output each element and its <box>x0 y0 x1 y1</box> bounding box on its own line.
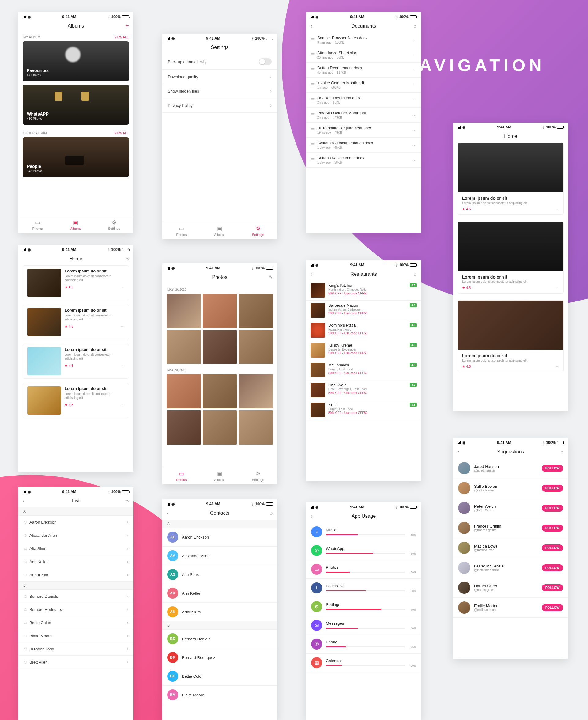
list-row[interactable]: ☺ Alta Sims › <box>18 542 133 555</box>
avatar[interactable] <box>458 581 470 594</box>
list-row[interactable]: ☺ Aaron Erickson › <box>18 516 133 529</box>
album-card[interactable]: WhatsAPP 450 Photos <box>23 85 129 125</box>
list-row[interactable]: ☺ Brandon Todd › <box>18 642 133 656</box>
photo-cell[interactable] <box>238 410 273 445</box>
contact-row[interactable]: AK Ann Keller <box>162 584 277 603</box>
edit-button[interactable]: ✎ <box>269 274 273 280</box>
album-card[interactable]: Favourites 67 Photos <box>23 41 129 81</box>
search-button[interactable]: ⌕ <box>126 498 129 504</box>
usage-row[interactable]: ▦ Calendar 20% <box>306 654 421 672</box>
avatar[interactable] <box>458 542 470 554</box>
home-row[interactable]: Lorem ipsum dolor sit Lorem ipsum dolor … <box>23 344 129 379</box>
photo-cell[interactable] <box>167 294 201 328</box>
follow-button[interactable]: FOLLOW <box>542 584 563 591</box>
tab-settings[interactable]: ⚙Settings <box>239 222 277 239</box>
photo-cell[interactable] <box>203 294 237 328</box>
photo-cell[interactable] <box>203 410 237 445</box>
avatar[interactable] <box>458 482 470 494</box>
usage-row[interactable]: ✆ Phone 25% <box>306 635 421 654</box>
follow-button[interactable]: FOLLOW <box>542 524 563 532</box>
view-all-link[interactable]: VIEW ALL <box>114 36 128 39</box>
home-card[interactable]: Lorem ipsum dolor sit Lorem ipsum dolor … <box>458 300 564 372</box>
setting-row-download[interactable]: Download quality › <box>162 69 277 84</box>
restaurant-row[interactable]: McDonald's Burger, Fast Food 50% OFF - U… <box>306 360 421 380</box>
document-row[interactable]: ☰ UG Documentation.docx 2hrs ago98KB ⋯ <box>306 92 421 107</box>
contact-row[interactable]: AS Alta Sims <box>162 565 277 584</box>
more-icon[interactable]: ⋯ <box>412 97 417 103</box>
contact-row[interactable]: BC Bettie Colon <box>162 667 277 686</box>
back-button[interactable]: ‹ <box>167 510 169 517</box>
tab-photos[interactable]: ▭Photos <box>162 467 201 484</box>
photo-cell[interactable] <box>238 294 273 328</box>
more-icon[interactable]: ⋯ <box>412 112 417 118</box>
list-row[interactable]: ☺ Brett Allen › <box>18 656 133 669</box>
follow-button[interactable]: FOLLOW <box>542 604 563 611</box>
search-button[interactable]: ⌕ <box>414 271 417 277</box>
photo-cell[interactable] <box>203 374 237 408</box>
back-button[interactable]: ‹ <box>311 22 313 29</box>
back-button[interactable]: ‹ <box>23 497 25 504</box>
follow-button[interactable]: FOLLOW <box>542 564 563 571</box>
tab-settings[interactable]: ⚙Settings <box>95 216 133 233</box>
home-card[interactable]: Lorem ipsum dolor sit Lorem ipsum dolor … <box>458 143 564 215</box>
photo-cell[interactable] <box>167 330 201 364</box>
restaurant-row[interactable]: Chai Wale Cafe, Beverages, Fast Food 50%… <box>306 380 421 400</box>
home-card[interactable]: Lorem ipsum dolor sit Lorem ipsum dolor … <box>458 222 564 293</box>
restaurant-row[interactable]: Krispy Kreme Desserts, Beverages 50% OFF… <box>306 341 421 360</box>
contact-row[interactable]: AA Alexander Allen <box>162 547 277 565</box>
usage-row[interactable]: ✉ Messages 40% <box>306 616 421 635</box>
usage-row[interactable]: ♪ Music 40% <box>306 523 421 541</box>
more-icon[interactable]: ⋯ <box>412 82 417 88</box>
document-row[interactable]: ☰ Button Requirement.docx 45mins ago117K… <box>306 62 421 78</box>
tab-photos[interactable]: ▭Photos <box>162 222 201 239</box>
more-icon[interactable]: ⋯ <box>412 142 417 148</box>
list-row[interactable]: ☺ Alexander Allen › <box>18 529 133 542</box>
restaurant-row[interactable]: KFC Burger, Fast Food 50% OFF - Use code… <box>306 400 421 420</box>
avatar[interactable] <box>458 522 470 534</box>
follow-button[interactable]: FOLLOW <box>542 465 563 472</box>
tab-albums[interactable]: ▣Albums <box>201 222 239 239</box>
document-row[interactable]: ☰ Attendance Sheet.xlsx 20mins ago86KB ⋯ <box>306 47 421 62</box>
tab-settings[interactable]: ⚙Settings <box>239 467 277 484</box>
view-all-link[interactable]: VIEW ALL <box>114 131 128 135</box>
avatar[interactable] <box>458 462 470 474</box>
document-row[interactable]: ☰ Invoice October Month.pdf 1hr ago600KB… <box>306 78 421 92</box>
usage-row[interactable]: ✆ WhatsApp 60% <box>306 541 421 560</box>
toggle-switch[interactable] <box>259 58 272 65</box>
follow-button[interactable]: FOLLOW <box>542 505 563 512</box>
tab-albums[interactable]: ▣Albums <box>57 216 95 233</box>
list-row[interactable]: ☺ Bernard Daniels › <box>18 590 133 603</box>
document-row[interactable]: ☰ Pay Slip October Month.pdf 2hrs ago749… <box>306 107 421 123</box>
more-icon[interactable]: ⋯ <box>412 37 417 43</box>
contact-row[interactable]: BR Bernard Rodriquez <box>162 648 277 667</box>
restaurant-row[interactable]: King's Kitchen North Indian, Chinese, Ro… <box>306 281 421 301</box>
photo-cell[interactable] <box>167 410 201 445</box>
avatar[interactable] <box>458 562 470 574</box>
add-button[interactable]: + <box>125 22 129 29</box>
usage-row[interactable]: ▭ Photos 30% <box>306 560 421 579</box>
usage-row[interactable]: f FaceBook 50% <box>306 579 421 597</box>
document-row[interactable]: ☰ Avatar UG Documentation.docx 1 day ago… <box>306 138 421 152</box>
home-row[interactable]: Lorem ipsum dolor sit Lorem ipsum dolor … <box>23 383 129 418</box>
photo-cell[interactable] <box>238 374 273 408</box>
photo-cell[interactable] <box>167 374 201 408</box>
restaurant-row[interactable]: Barbeque Nation Indian, Asian, Barbecue … <box>306 301 421 321</box>
photo-cell[interactable] <box>238 330 273 364</box>
more-icon[interactable]: ⋯ <box>412 67 417 73</box>
back-button[interactable]: ‹ <box>311 513 313 520</box>
more-icon[interactable]: ⋯ <box>412 157 417 163</box>
search-button[interactable]: ⌕ <box>126 256 129 262</box>
list-row[interactable]: ☺ Bettie Colon › <box>18 616 133 629</box>
search-button[interactable]: ⌕ <box>270 510 273 516</box>
home-row[interactable]: Lorem ipsum dolor sit Lorem ipsum dolor … <box>23 265 129 300</box>
contact-row[interactable]: AE Aaron Erickson <box>162 528 277 547</box>
follow-button[interactable]: FOLLOW <box>542 544 563 552</box>
contact-row[interactable]: BM Blake Moore <box>162 686 277 704</box>
list-row[interactable]: ☺ Arthur Kim › <box>18 568 133 581</box>
search-button[interactable]: ⌕ <box>561 449 564 455</box>
setting-row-hidden[interactable]: Show hidden files › <box>162 84 277 98</box>
photo-cell[interactable] <box>203 330 237 364</box>
contact-row[interactable]: BD Bernard Daniels <box>162 630 277 648</box>
album-card[interactable]: People 143 Photos <box>23 137 129 177</box>
more-icon[interactable]: ⋯ <box>412 52 417 58</box>
